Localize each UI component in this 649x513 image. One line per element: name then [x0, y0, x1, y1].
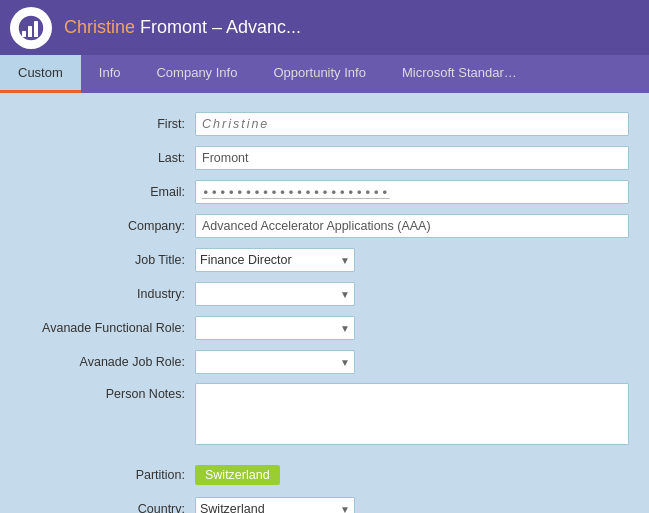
job-role-row: Avanade Job Role: ▼ [20, 349, 629, 375]
last-row: Last: [20, 145, 629, 171]
last-input[interactable] [195, 146, 629, 170]
app-logo [10, 7, 52, 49]
person-notes-field [195, 383, 629, 448]
svg-rect-2 [28, 26, 32, 37]
job-role-select-wrapper: ▼ [195, 350, 355, 374]
email-field [195, 180, 629, 204]
contact-name: Christine [64, 17, 135, 37]
svg-rect-3 [34, 21, 38, 37]
person-notes-textarea[interactable] [195, 383, 629, 445]
header-title: Christine Fromont – Advanc... [64, 17, 301, 38]
tab-microsoft-standard[interactable]: Microsoft Standar… [384, 55, 535, 93]
partition-row: Partition: Switzerland [20, 462, 629, 488]
company-row: Company: [20, 213, 629, 239]
form-content: First: Last: Email: Company: Job Title: … [0, 93, 649, 513]
industry-select-wrapper: ▼ [195, 282, 355, 306]
country-row: Country: Switzerland ▼ [20, 496, 629, 513]
partition-label: Partition: [20, 468, 195, 482]
partition-badge: Switzerland [195, 465, 280, 485]
last-field [195, 146, 629, 170]
first-row: First: [20, 111, 629, 137]
job-title-select-wrapper: Finance Director ▼ [195, 248, 355, 272]
functional-role-select-wrapper: ▼ [195, 316, 355, 340]
app-header: Christine Fromont – Advanc... [0, 0, 649, 55]
job-title-label: Job Title: [20, 253, 195, 267]
company-label: Company: [20, 219, 195, 233]
person-notes-row: Person Notes: [20, 383, 629, 448]
functional-role-field: ▼ [195, 316, 629, 340]
tab-company-info[interactable]: Company Info [138, 55, 255, 93]
country-select-wrapper: Switzerland ▼ [195, 497, 355, 513]
header-subtitle: Fromont – Advanc... [135, 17, 301, 37]
first-label: First: [20, 117, 195, 131]
country-select[interactable]: Switzerland [195, 497, 355, 513]
tab-info[interactable]: Info [81, 55, 139, 93]
industry-label: Industry: [20, 287, 195, 301]
industry-field: ▼ [195, 282, 629, 306]
first-input[interactable] [195, 112, 629, 136]
job-title-select[interactable]: Finance Director [195, 248, 355, 272]
job-title-row: Job Title: Finance Director ▼ [20, 247, 629, 273]
functional-role-label: Avanade Functional Role: [20, 321, 195, 335]
industry-row: Industry: ▼ [20, 281, 629, 307]
job-role-select[interactable] [195, 350, 355, 374]
email-label: Email: [20, 185, 195, 199]
company-field [195, 214, 629, 238]
svg-rect-1 [22, 31, 26, 37]
tab-bar: Custom Info Company Info Opportunity Inf… [0, 55, 649, 93]
country-field: Switzerland ▼ [195, 497, 629, 513]
email-row: Email: [20, 179, 629, 205]
job-role-field: ▼ [195, 350, 629, 374]
email-input[interactable] [195, 180, 629, 204]
last-label: Last: [20, 151, 195, 165]
person-notes-label: Person Notes: [20, 383, 195, 401]
company-input[interactable] [195, 214, 629, 238]
functional-role-select[interactable] [195, 316, 355, 340]
functional-role-row: Avanade Functional Role: ▼ [20, 315, 629, 341]
industry-select[interactable] [195, 282, 355, 306]
job-title-field: Finance Director ▼ [195, 248, 629, 272]
tab-custom[interactable]: Custom [0, 55, 81, 93]
job-role-label: Avanade Job Role: [20, 355, 195, 369]
first-field [195, 112, 629, 136]
partition-field: Switzerland [195, 465, 629, 485]
tab-opportunity-info[interactable]: Opportunity Info [255, 55, 384, 93]
country-label: Country: [20, 502, 195, 513]
